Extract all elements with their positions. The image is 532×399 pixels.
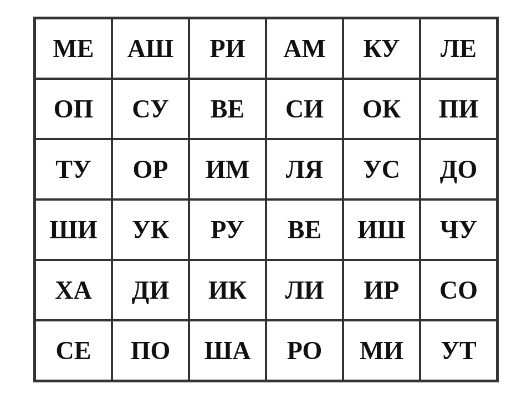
grid-cell-27: ЛИ: [266, 260, 343, 320]
syllable-grid: МЕАШРИАМКУЛЕОПСУВЕСИОКПИТУОРИМЛЯУСДОШИУК…: [33, 17, 499, 382]
grid-cell-31: ПО: [112, 320, 189, 381]
grid-cell-23: ЧУ: [420, 200, 497, 260]
grid-cell-6: ОП: [35, 79, 112, 139]
grid-cell-14: ИМ: [189, 139, 266, 200]
grid-cell-19: УК: [112, 200, 189, 260]
grid-cell-9: СИ: [266, 79, 343, 139]
grid-cell-10: ОК: [343, 79, 420, 139]
grid-cell-8: ВЕ: [189, 79, 266, 139]
grid-cell-32: ША: [189, 320, 266, 381]
grid-cell-18: ШИ: [35, 200, 112, 260]
grid-cell-11: ПИ: [420, 79, 497, 139]
grid-cell-30: СЕ: [35, 320, 112, 381]
grid-cell-12: ТУ: [35, 139, 112, 200]
grid-cell-7: СУ: [112, 79, 189, 139]
grid-cell-16: УС: [343, 139, 420, 200]
grid-cell-25: ДИ: [112, 260, 189, 320]
grid-cell-4: КУ: [343, 18, 420, 79]
grid-cell-17: ДО: [420, 139, 497, 200]
grid-cell-34: МИ: [343, 320, 420, 381]
grid-cell-13: ОР: [112, 139, 189, 200]
grid-cell-21: ВЕ: [266, 200, 343, 260]
grid-cell-5: ЛЕ: [420, 18, 497, 79]
grid-cell-28: ИР: [343, 260, 420, 320]
grid-cell-29: СО: [420, 260, 497, 320]
grid-cell-26: ИК: [189, 260, 266, 320]
grid-cell-0: МЕ: [35, 18, 112, 79]
grid-cell-2: РИ: [189, 18, 266, 79]
grid-cell-22: ИШ: [343, 200, 420, 260]
grid-cell-33: РО: [266, 320, 343, 381]
grid-cell-35: УТ: [420, 320, 497, 381]
grid-cell-20: РУ: [189, 200, 266, 260]
grid-cell-3: АМ: [266, 18, 343, 79]
grid-cell-24: ХА: [35, 260, 112, 320]
grid-cell-15: ЛЯ: [266, 139, 343, 200]
grid-cell-1: АШ: [112, 18, 189, 79]
